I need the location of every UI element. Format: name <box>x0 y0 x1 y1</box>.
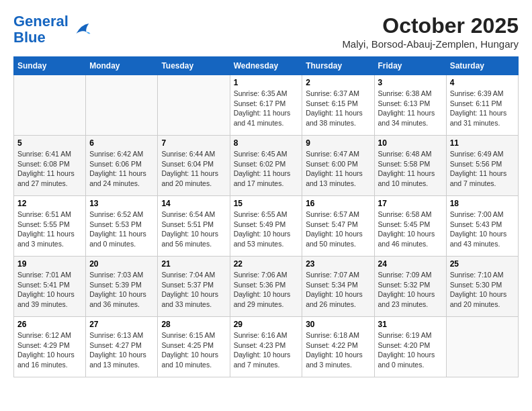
day-info: Sunrise: 7:00 AMSunset: 5:43 PMDaylight:… <box>450 210 515 249</box>
day-info: Sunrise: 7:07 AMSunset: 5:34 PMDaylight:… <box>306 270 370 310</box>
calendar-cell: 30Sunrise: 6:18 AMSunset: 4:22 PMDayligh… <box>302 317 374 377</box>
day-info: Sunrise: 6:18 AMSunset: 4:22 PMDaylight:… <box>306 330 370 370</box>
calendar-cell: 26Sunrise: 6:12 AMSunset: 4:29 PMDayligh… <box>14 317 86 377</box>
day-number: 5 <box>17 138 82 148</box>
day-number: 30 <box>306 320 370 329</box>
calendar-header-row: SundayMondayTuesdayWednesdayThursdayFrid… <box>14 57 519 75</box>
day-number: 24 <box>378 259 443 269</box>
weekday-header-wednesday: Wednesday <box>230 57 302 75</box>
day-info: Sunrise: 7:10 AMSunset: 5:30 PMDaylight:… <box>450 270 515 310</box>
day-info: Sunrise: 6:55 AMSunset: 5:49 PMDaylight:… <box>234 210 299 249</box>
calendar-cell: 14Sunrise: 6:54 AMSunset: 5:51 PMDayligh… <box>158 196 230 257</box>
day-number: 29 <box>234 320 299 329</box>
calendar-cell: 28Sunrise: 6:15 AMSunset: 4:25 PMDayligh… <box>158 317 230 377</box>
calendar-cell: 15Sunrise: 6:55 AMSunset: 5:49 PMDayligh… <box>230 196 302 257</box>
day-number: 4 <box>450 78 515 87</box>
day-info: Sunrise: 6:42 AMSunset: 6:06 PMDaylight:… <box>89 149 154 189</box>
calendar-cell <box>446 317 518 377</box>
day-info: Sunrise: 6:12 AMSunset: 4:29 PMDaylight:… <box>17 330 82 370</box>
day-info: Sunrise: 6:54 AMSunset: 5:51 PMDaylight:… <box>161 210 226 249</box>
calendar-cell: 25Sunrise: 7:10 AMSunset: 5:30 PMDayligh… <box>446 257 518 317</box>
day-number: 8 <box>234 138 299 148</box>
logo-line1: General <box>13 13 69 30</box>
weekday-header-sunday: Sunday <box>14 57 86 75</box>
calendar-cell: 27Sunrise: 6:13 AMSunset: 4:27 PMDayligh… <box>86 317 158 377</box>
calendar-cell: 7Sunrise: 6:44 AMSunset: 6:04 PMDaylight… <box>158 136 230 196</box>
calendar-cell: 21Sunrise: 7:04 AMSunset: 5:37 PMDayligh… <box>158 257 230 317</box>
day-info: Sunrise: 6:38 AMSunset: 6:13 PMDaylight:… <box>378 89 443 128</box>
page-header: General Blue October 2025 Malyi, Borsod-… <box>13 13 519 50</box>
calendar-cell: 4Sunrise: 6:39 AMSunset: 6:11 PMDaylight… <box>446 75 518 136</box>
calendar-cell: 20Sunrise: 7:03 AMSunset: 5:39 PMDayligh… <box>86 257 158 317</box>
day-info: Sunrise: 6:47 AMSunset: 6:00 PMDaylight:… <box>306 149 370 189</box>
calendar-cell <box>158 75 230 136</box>
day-number: 21 <box>161 259 226 269</box>
calendar-cell <box>14 75 86 136</box>
day-info: Sunrise: 6:39 AMSunset: 6:11 PMDaylight:… <box>450 89 515 128</box>
day-number: 19 <box>17 259 82 269</box>
logo-bird-icon <box>71 19 91 40</box>
day-info: Sunrise: 6:57 AMSunset: 5:47 PMDaylight:… <box>306 210 370 249</box>
day-number: 23 <box>306 259 370 269</box>
day-number: 9 <box>306 138 370 148</box>
calendar-cell: 17Sunrise: 6:58 AMSunset: 5:45 PMDayligh… <box>374 196 446 257</box>
day-number: 7 <box>161 138 226 148</box>
day-info: Sunrise: 6:19 AMSunset: 4:20 PMDaylight:… <box>378 330 443 370</box>
day-number: 1 <box>234 78 299 87</box>
calendar-cell: 1Sunrise: 6:35 AMSunset: 6:17 PMDaylight… <box>230 75 302 136</box>
calendar-cell: 6Sunrise: 6:42 AMSunset: 6:06 PMDaylight… <box>86 136 158 196</box>
day-info: Sunrise: 7:09 AMSunset: 5:32 PMDaylight:… <box>378 270 443 310</box>
calendar-cell: 23Sunrise: 7:07 AMSunset: 5:34 PMDayligh… <box>302 257 374 317</box>
calendar-week-row: 1Sunrise: 6:35 AMSunset: 6:17 PMDaylight… <box>14 75 519 136</box>
day-number: 31 <box>378 320 443 329</box>
day-number: 18 <box>450 199 515 208</box>
day-number: 14 <box>161 199 226 208</box>
logo: General Blue <box>13 13 91 46</box>
calendar-week-row: 19Sunrise: 7:01 AMSunset: 5:41 PMDayligh… <box>14 257 519 317</box>
weekday-header-thursday: Thursday <box>302 57 374 75</box>
day-info: Sunrise: 6:13 AMSunset: 4:27 PMDaylight:… <box>89 330 154 370</box>
calendar-cell: 16Sunrise: 6:57 AMSunset: 5:47 PMDayligh… <box>302 196 374 257</box>
day-number: 20 <box>89 259 154 269</box>
weekday-header-monday: Monday <box>86 57 158 75</box>
calendar-week-row: 12Sunrise: 6:51 AMSunset: 5:55 PMDayligh… <box>14 196 519 257</box>
day-number: 28 <box>161 320 226 329</box>
logo-line2: Blue <box>13 29 46 46</box>
day-info: Sunrise: 6:44 AMSunset: 6:04 PMDaylight:… <box>161 149 226 189</box>
calendar-cell: 12Sunrise: 6:51 AMSunset: 5:55 PMDayligh… <box>14 196 86 257</box>
weekday-header-saturday: Saturday <box>446 57 518 75</box>
title-area: October 2025 Malyi, Borsod-Abauj-Zemplen… <box>342 13 519 50</box>
day-number: 2 <box>306 78 370 87</box>
day-number: 15 <box>234 199 299 208</box>
month-title: October 2025 <box>342 13 519 38</box>
logo-text: General Blue <box>13 13 69 46</box>
day-info: Sunrise: 6:51 AMSunset: 5:55 PMDaylight:… <box>17 210 82 249</box>
calendar-cell: 19Sunrise: 7:01 AMSunset: 5:41 PMDayligh… <box>14 257 86 317</box>
day-info: Sunrise: 6:49 AMSunset: 5:56 PMDaylight:… <box>450 149 515 189</box>
day-info: Sunrise: 6:48 AMSunset: 5:58 PMDaylight:… <box>378 149 443 189</box>
location-title: Malyi, Borsod-Abauj-Zemplen, Hungary <box>342 38 519 50</box>
day-number: 27 <box>89 320 154 329</box>
day-number: 6 <box>89 138 154 148</box>
calendar-week-row: 26Sunrise: 6:12 AMSunset: 4:29 PMDayligh… <box>14 317 519 377</box>
day-number: 12 <box>17 199 82 208</box>
calendar-cell: 11Sunrise: 6:49 AMSunset: 5:56 PMDayligh… <box>446 136 518 196</box>
day-info: Sunrise: 6:35 AMSunset: 6:17 PMDaylight:… <box>234 89 299 128</box>
calendar-cell: 31Sunrise: 6:19 AMSunset: 4:20 PMDayligh… <box>374 317 446 377</box>
weekday-header-friday: Friday <box>374 57 446 75</box>
day-info: Sunrise: 6:52 AMSunset: 5:53 PMDaylight:… <box>89 210 154 249</box>
calendar-cell: 29Sunrise: 6:16 AMSunset: 4:23 PMDayligh… <box>230 317 302 377</box>
calendar-table: SundayMondayTuesdayWednesdayThursdayFrid… <box>13 56 519 377</box>
day-number: 10 <box>378 138 443 148</box>
calendar-cell: 10Sunrise: 6:48 AMSunset: 5:58 PMDayligh… <box>374 136 446 196</box>
calendar-week-row: 5Sunrise: 6:41 AMSunset: 6:08 PMDaylight… <box>14 136 519 196</box>
day-number: 3 <box>378 78 443 87</box>
day-number: 17 <box>378 199 443 208</box>
day-number: 16 <box>306 199 370 208</box>
calendar-cell: 5Sunrise: 6:41 AMSunset: 6:08 PMDaylight… <box>14 136 86 196</box>
day-number: 11 <box>450 138 515 148</box>
day-info: Sunrise: 7:03 AMSunset: 5:39 PMDaylight:… <box>89 270 154 310</box>
day-info: Sunrise: 6:58 AMSunset: 5:45 PMDaylight:… <box>378 210 443 249</box>
day-info: Sunrise: 7:01 AMSunset: 5:41 PMDaylight:… <box>17 270 82 310</box>
calendar-cell: 24Sunrise: 7:09 AMSunset: 5:32 PMDayligh… <box>374 257 446 317</box>
